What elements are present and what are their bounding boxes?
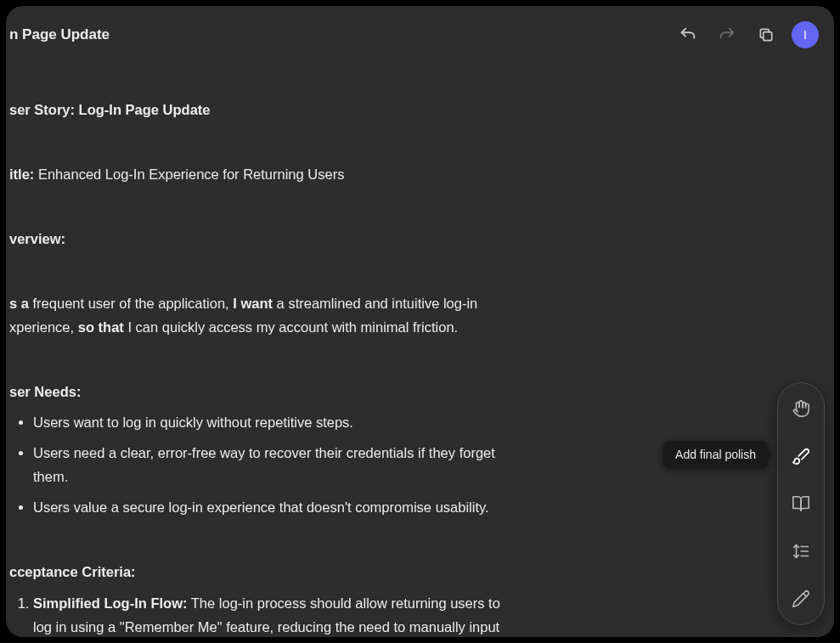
avatar[interactable]: I	[792, 21, 819, 48]
story-heading: ser Story: Log-In Page Update	[9, 98, 502, 121]
list-item: Simplified Log-In Flow: The log-in proce…	[33, 591, 502, 637]
document-window: n Page Update I ser Story: Log-In Page U…	[6, 6, 834, 637]
overview-label: verview:	[9, 227, 502, 251]
overview-body: s a frequent user of the application, I …	[9, 291, 502, 339]
tooltip: Add final polish	[663, 441, 768, 468]
svg-rect-0	[764, 32, 772, 41]
undo-button[interactable]	[674, 21, 702, 48]
user-needs-label: ser Needs:	[9, 380, 502, 403]
polish-tool-button[interactable]	[786, 441, 816, 471]
side-toolbar	[777, 382, 825, 625]
document-title: n Page Update	[9, 26, 110, 43]
i-want-label: I want	[233, 296, 273, 311]
redo-icon	[718, 25, 736, 44]
title-value: Enhanced Log-In Experience for Returning…	[34, 166, 344, 182]
title-label: itle:	[9, 166, 34, 182]
as-a-label: s a	[9, 296, 29, 311]
so-that-text: I can quickly access my account with min…	[124, 319, 458, 335]
redo-button[interactable]	[713, 21, 741, 48]
pen-icon	[792, 589, 810, 608]
as-a-text: frequent user of the application,	[29, 296, 233, 311]
list-item: Users value a secure log-in experience t…	[33, 495, 502, 519]
title-line: itle: Enhanced Log-In Experience for Ret…	[9, 162, 502, 186]
topbar-actions: I	[674, 21, 819, 48]
spacing-tool-button[interactable]	[786, 536, 816, 567]
criteria-label: Simplified Log-In Flow:	[33, 595, 187, 611]
hand-tool-button[interactable]	[786, 393, 816, 424]
topbar: n Page Update I	[6, 6, 834, 55]
acceptance-label: cceptance Criteria:	[9, 560, 502, 584]
document-content[interactable]: ser Story: Log-In Page Update itle: Enha…	[6, 55, 834, 637]
brush-icon	[792, 447, 810, 465]
hand-icon	[792, 399, 810, 418]
edit-tool-button[interactable]	[786, 584, 816, 614]
book-open-icon	[792, 494, 810, 513]
user-needs-list: Users want to log in quickly without rep…	[9, 410, 502, 519]
line-height-icon	[792, 542, 810, 561]
acceptance-list: Simplified Log-In Flow: The log-in proce…	[9, 591, 502, 637]
list-item: Users want to log in quickly without rep…	[33, 410, 502, 434]
avatar-initial: I	[803, 28, 807, 42]
so-that-label: so that	[78, 319, 124, 335]
list-item: Users need a clear, error-free way to re…	[33, 441, 502, 488]
undo-icon	[679, 25, 697, 44]
copy-button[interactable]	[753, 21, 780, 48]
map-tool-button[interactable]	[786, 488, 816, 519]
copy-icon	[758, 26, 775, 43]
